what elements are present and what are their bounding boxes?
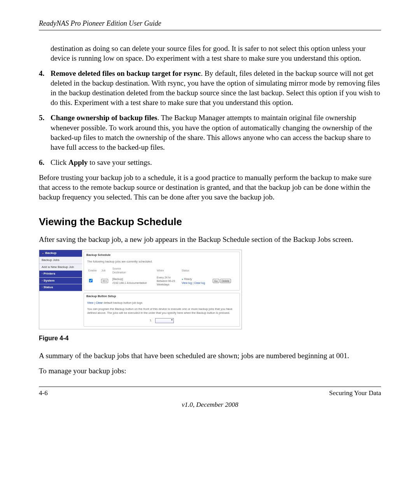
col-status: Status — [180, 266, 236, 275]
list-item-6: 6. Click Apply to save your settings. — [39, 158, 381, 167]
when-line2: Between 00-23 — [157, 279, 179, 283]
col-when: When — [156, 266, 180, 275]
backup-button-setup-panel: Backup Button Setup View | Clear default… — [84, 293, 240, 327]
col-source-dest: Source Destination — [111, 266, 156, 275]
enable-checkbox[interactable] — [89, 279, 93, 282]
panel-title: Backup Button Setup — [84, 293, 240, 299]
source-label: [Backup] — [112, 277, 154, 281]
status-ready: Ready — [182, 277, 210, 281]
manage-intro: To manage your backup jobs: — [39, 366, 381, 376]
item-bold: Apply — [68, 158, 88, 166]
header-rule — [39, 30, 381, 30]
schedule-note: The following backup jobs are currently … — [87, 260, 236, 264]
button-setup-desc: You can program the Backup button on the… — [87, 307, 236, 315]
when-line3: Weekdays — [157, 283, 179, 286]
list-item-4: 4. Remove deleted files on backup target… — [39, 68, 381, 107]
clear-link[interactable]: Clear — [96, 301, 103, 304]
followup-paragraph: Before trusting your backup job to a sch… — [39, 173, 381, 202]
item-number: 6. — [39, 158, 51, 167]
sidebar-backup-header[interactable]: Backup — [39, 250, 82, 257]
doc-version: v1.0, December 2008 — [39, 401, 381, 409]
backup-schedule-screenshot: Backup Backup Jobs Add a New Backup Job … — [39, 250, 242, 329]
row-number: 1. — [150, 318, 152, 322]
page-number: 4-6 — [39, 389, 48, 397]
schedule-row: 001 [Backup] //192.168.1.4/documentation… — [87, 275, 236, 287]
figure-caption: Figure 4-4 — [39, 334, 381, 342]
item-number: 4. — [39, 68, 51, 107]
col-job: Job — [100, 266, 111, 275]
clear-log-link[interactable]: Clear log — [194, 282, 205, 284]
sidebar-system[interactable]: System — [39, 278, 82, 285]
item-lead: Remove deleted files on backup target fo… — [51, 69, 201, 77]
link-rest: default backup button job logs — [103, 301, 142, 304]
view-link[interactable]: View — [87, 301, 93, 304]
when-line1: Every 24 hr — [157, 276, 179, 279]
item-number: 5. — [39, 113, 51, 152]
col-enable: Enable — [87, 266, 100, 275]
item-lead: Change ownership of backup files — [51, 114, 158, 122]
section-heading: Viewing the Backup Schedule — [39, 215, 381, 228]
running-header: ReadyNAS Pro Pioneer Edition User Guide — [39, 16, 381, 30]
sidebar-add-new-backup[interactable]: Add a New Backup Job — [39, 264, 82, 271]
list-item-5: 5. Change ownership of backup files. The… — [39, 113, 381, 152]
go-button[interactable]: Go — [213, 279, 219, 283]
job-number[interactable]: 001 — [101, 279, 108, 283]
sidebar-backup-jobs[interactable]: Backup Jobs — [39, 257, 82, 264]
chapter-title: Securing Your Data — [329, 389, 381, 397]
sidebar-printers[interactable]: Printers — [39, 271, 82, 278]
panel-title: Backup Schedule — [84, 252, 240, 258]
delete-button[interactable]: Delete — [220, 279, 231, 283]
destination-label: //192.168.1.4/documentation — [112, 281, 154, 285]
sidebar: Backup Backup Jobs Add a New Backup Job … — [39, 250, 82, 329]
item-post: to save your settings. — [88, 158, 152, 166]
view-log-link[interactable]: View log — [182, 282, 192, 284]
sidebar-status[interactable]: Status — [39, 284, 82, 291]
summary-paragraph: A summary of the backup jobs that have b… — [39, 351, 381, 360]
backup-schedule-panel: Backup Schedule The following backup job… — [84, 252, 240, 290]
job-select[interactable] — [155, 318, 174, 323]
continued-paragraph: destination as doing so can delete your … — [51, 44, 381, 63]
item-pre: Click — [51, 158, 68, 166]
section-intro: After saving the backup job, a new job a… — [39, 234, 381, 244]
